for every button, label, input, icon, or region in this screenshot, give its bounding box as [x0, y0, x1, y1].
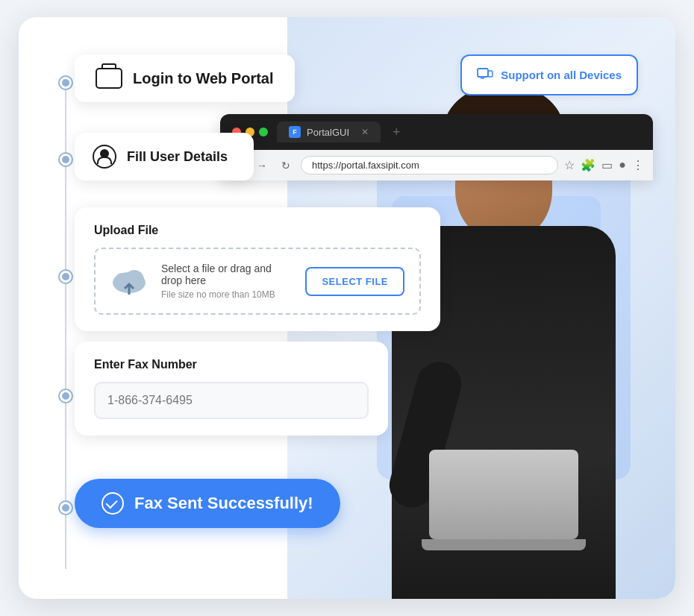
maximize-dot	[259, 128, 268, 136]
upload-title: Upload File	[94, 224, 421, 237]
fill-details-title: Fill User Details	[127, 149, 228, 165]
login-card: Login to Web Portal	[75, 54, 295, 102]
svg-rect-4	[478, 69, 488, 77]
support-label: Support on all Devices	[501, 69, 622, 81]
success-button[interactable]: Fax Sent Successfully!	[75, 479, 340, 528]
upload-text-wrap: Select a file or drag and drop here File…	[161, 263, 292, 300]
step-dot-2	[60, 154, 72, 166]
url-text: https://portal.faxsipit.com	[312, 160, 419, 171]
bookmark-icon[interactable]: ☆	[564, 158, 575, 172]
login-title: Login to Web Portal	[133, 70, 274, 87]
step-dot-5	[60, 502, 72, 514]
fill-details-card: Fill User Details	[75, 133, 254, 180]
upload-drop-zone[interactable]: Select a file or drag and drop here File…	[94, 248, 421, 315]
toolbar-icons: ☆ 🧩 ▭ ● ⋮	[564, 158, 644, 172]
screen-icon[interactable]: ▭	[601, 158, 613, 172]
extension-icon[interactable]: 🧩	[581, 158, 595, 172]
upload-icon-wrap	[110, 263, 148, 300]
browser-tab[interactable]: F PortalGUI ✕	[277, 122, 381, 142]
step-dot-4	[60, 390, 72, 402]
person-laptop	[429, 450, 578, 539]
user-icon	[93, 145, 116, 169]
cloud-upload-icon	[112, 266, 146, 296]
progress-line	[65, 77, 66, 569]
step-dot-1	[60, 77, 72, 89]
browser-titlebar: F PortalGUI ✕ +	[220, 114, 653, 150]
menu-icon[interactable]: ⋮	[632, 158, 644, 172]
fax-title: Enter Fax Number	[94, 358, 369, 371]
check-circle-icon	[101, 492, 124, 515]
profile-icon[interactable]: ●	[619, 158, 626, 172]
browser-mockup: F PortalGUI ✕ + ← → ↻ https://portal.fax…	[220, 114, 653, 180]
svg-rect-5	[488, 71, 493, 77]
tab-favicon: F	[289, 126, 301, 138]
tab-close-button[interactable]: ✕	[361, 127, 369, 137]
upload-card: Upload File Select a file or drag and dr…	[75, 207, 440, 331]
forward-button[interactable]: →	[253, 157, 271, 175]
browser-icon	[96, 68, 122, 89]
address-bar[interactable]: https://portal.faxsipit.com	[301, 156, 558, 175]
tab-label: PortalGUI	[307, 127, 349, 138]
success-label: Fax Sent Successfully!	[134, 494, 313, 513]
reload-button[interactable]: ↻	[277, 157, 295, 175]
upload-sub-text: File size no more than 10MB	[161, 289, 292, 300]
support-button[interactable]: Support on all Devices	[460, 54, 638, 95]
fax-card: Enter Fax Number	[75, 342, 388, 436]
new-tab-button[interactable]: +	[393, 125, 401, 140]
browser-toolbar: ← → ↻ https://portal.faxsipit.com ☆ 🧩 ▭ …	[220, 150, 653, 180]
step-dot-3	[60, 271, 72, 283]
select-file-button[interactable]: SELECT FILE	[305, 267, 404, 296]
devices-icon	[477, 65, 493, 85]
checkmark-icon	[105, 496, 117, 508]
fax-input[interactable]	[94, 382, 369, 419]
main-container: F PortalGUI ✕ + ← → ↻ https://portal.fax…	[19, 17, 675, 599]
upload-main-text: Select a file or drag and drop here	[161, 263, 292, 286]
